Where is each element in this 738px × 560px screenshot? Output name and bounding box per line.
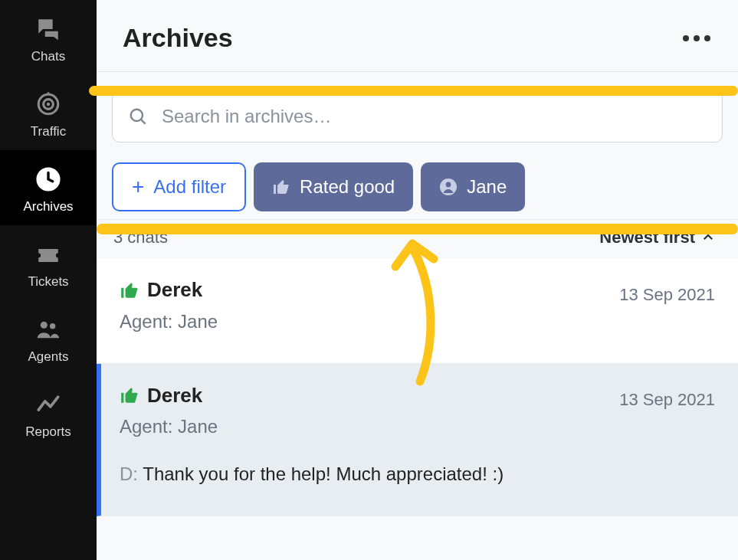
- thumbs-up-icon: [120, 280, 139, 300]
- result-count: 3 chats: [113, 228, 168, 247]
- sidebar-item-label: Archives: [23, 199, 73, 215]
- message-prefix: D:: [120, 463, 138, 484]
- person-icon: [439, 178, 458, 196]
- archives-icon: [33, 164, 64, 195]
- more-menu-button[interactable]: [678, 31, 715, 46]
- chat-agent-line: Agent: Jane: [120, 416, 715, 437]
- sidebar-item-label: Traffic: [31, 124, 66, 139]
- sidebar-item-reports[interactable]: Reports: [0, 375, 97, 450]
- sidebar-item-traffic[interactable]: Traffic: [0, 75, 97, 150]
- filter-chip-agent-jane[interactable]: Jane: [421, 162, 525, 211]
- traffic-icon: [33, 89, 64, 120]
- agents-icon: [33, 314, 64, 345]
- chat-list: Derek 13 Sep 2021 Agent: Jane Derek 13 S…: [97, 258, 738, 560]
- chats-icon: [33, 14, 64, 44]
- reports-icon: [33, 389, 64, 420]
- svg-point-7: [131, 110, 143, 121]
- sidebar-item-label: Agents: [28, 349, 69, 365]
- sidebar-item-label: Reports: [25, 424, 71, 440]
- sidebar-item-archives[interactable]: Archives: [0, 150, 97, 225]
- search-box[interactable]: [112, 90, 723, 142]
- main-content: Archives + Add filter Rated good: [97, 0, 738, 560]
- dot-icon: [694, 35, 700, 41]
- sort-label: Newest first: [599, 228, 695, 247]
- chat-date: 13 Sep 2021: [619, 285, 715, 305]
- sidebar-item-agents[interactable]: Agents: [0, 300, 97, 375]
- filter-chip-label: Rated good: [300, 176, 395, 198]
- svg-line-8: [141, 120, 146, 124]
- sort-control[interactable]: Newest first: [599, 228, 715, 247]
- thumbs-up-icon: [272, 178, 290, 196]
- plus-icon: +: [132, 176, 144, 198]
- add-filter-button[interactable]: + Add filter: [112, 162, 246, 211]
- chat-agent-line: Agent: Jane: [120, 311, 715, 332]
- dot-icon: [683, 35, 689, 41]
- dot-icon: [704, 35, 710, 41]
- chat-date: 13 Sep 2021: [619, 390, 715, 410]
- add-filter-label: Add filter: [153, 176, 226, 198]
- tickets-icon: [33, 239, 64, 270]
- filter-chip-label: Jane: [467, 176, 507, 198]
- page-title: Archives: [123, 23, 233, 53]
- thumbs-up-icon: [120, 385, 139, 405]
- list-meta-row: 3 chats Newest first: [97, 220, 738, 258]
- message-text: Thank you for the help! Much appreciated…: [143, 463, 503, 484]
- search-icon: [128, 106, 148, 126]
- svg-point-6: [50, 323, 55, 329]
- chat-customer-name: Derek: [147, 278, 202, 302]
- sidebar-item-label: Chats: [31, 49, 65, 64]
- sidebar-item-tickets[interactable]: Tickets: [0, 225, 97, 300]
- chat-card[interactable]: Derek 13 Sep 2021 Agent: Jane: [97, 258, 738, 364]
- header: Archives: [97, 0, 738, 72]
- filter-chip-rated-good[interactable]: Rated good: [254, 162, 413, 211]
- sidebar-item-label: Tickets: [28, 274, 68, 290]
- filter-row: + Add filter Rated good Jane: [112, 162, 723, 211]
- chat-customer-name: Derek: [147, 384, 202, 408]
- svg-point-2: [47, 103, 51, 106]
- sidebar: Chats Traffic Archives Tickets Agents: [0, 0, 97, 560]
- svg-point-5: [41, 322, 48, 329]
- search-input[interactable]: [162, 106, 707, 127]
- chat-card-selected[interactable]: Derek 13 Sep 2021 Agent: Jane D: Thank y…: [97, 364, 738, 517]
- sidebar-item-chats[interactable]: Chats: [0, 0, 97, 75]
- chevron-up-icon: [701, 231, 715, 244]
- chat-last-message: D: Thank you for the help! Much apprecia…: [120, 463, 715, 485]
- toolbar: + Add filter Rated good Jane: [97, 72, 738, 220]
- svg-point-10: [446, 182, 451, 188]
